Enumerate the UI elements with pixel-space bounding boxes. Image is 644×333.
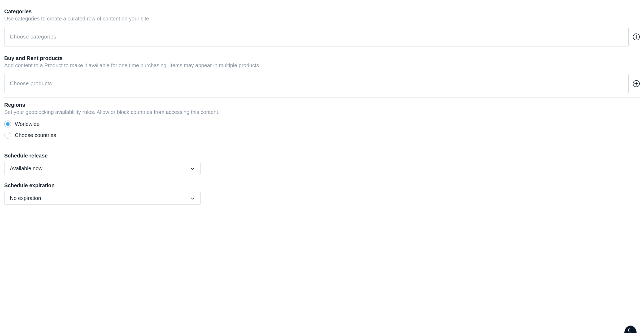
- products-input[interactable]: [4, 74, 629, 93]
- regions-section: Regions Set your geoblocking availablili…: [4, 98, 640, 143]
- products-input-row: [4, 74, 640, 93]
- radio-indicator: [4, 132, 11, 139]
- schedule-expiration-value: No expiration: [10, 195, 41, 201]
- regions-radio-group: Worldwide Choose countries: [4, 121, 640, 139]
- schedule-expiration-select[interactable]: No expiration: [4, 192, 201, 205]
- categories-input[interactable]: [4, 27, 629, 46]
- region-worldwide-label: Worldwide: [15, 121, 40, 127]
- schedule-release-value: Available now: [10, 165, 42, 172]
- categories-description: Use categories to create a curated row o…: [4, 16, 640, 22]
- radio-dot: [6, 122, 10, 126]
- plus-icon: [634, 82, 638, 86]
- schedule-release-select[interactable]: Available now: [4, 162, 201, 175]
- plus-icon: [634, 35, 638, 39]
- products-title: Buy and Rent products: [4, 55, 640, 61]
- categories-title: Categories: [4, 8, 640, 15]
- schedule-expiration-block: Schedule expiration No expiration: [4, 182, 640, 205]
- schedule-release-title: Schedule release: [4, 153, 640, 159]
- chevron-down-icon: [190, 166, 195, 171]
- products-section: Buy and Rent products Add content to a P…: [4, 51, 640, 98]
- categories-section: Categories Use categories to create a cu…: [4, 4, 640, 51]
- radio-indicator: [4, 121, 11, 127]
- region-option-choose-countries[interactable]: Choose countries: [4, 132, 640, 139]
- regions-title: Regions: [4, 102, 640, 108]
- schedule-section: Schedule release Available now Schedule …: [4, 143, 640, 205]
- regions-description: Set your geoblocking availablility rules…: [4, 109, 640, 115]
- add-category-button[interactable]: [633, 33, 640, 40]
- schedule-expiration-title: Schedule expiration: [4, 182, 640, 189]
- categories-input-row: [4, 27, 640, 46]
- schedule-release-block: Schedule release Available now: [4, 153, 640, 175]
- add-product-button[interactable]: [633, 80, 640, 87]
- products-description: Add content to a Product to make it avai…: [4, 62, 640, 69]
- region-choose-label: Choose countries: [15, 132, 56, 138]
- chevron-down-icon: [190, 196, 195, 201]
- region-option-worldwide[interactable]: Worldwide: [4, 121, 640, 127]
